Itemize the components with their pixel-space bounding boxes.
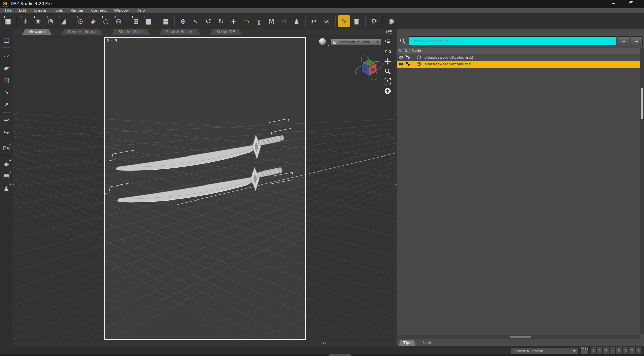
annotation-pen-icon: ✎: [341, 18, 347, 25]
lesson-page-4[interactable]: 4: [610, 347, 616, 354]
selectable-cursor-icon[interactable]: [405, 62, 411, 66]
universal-manipulator-button[interactable]: ⊕: [177, 15, 189, 27]
viewport[interactable]: 2 : 3 ▾ ⊞ Perspective View ▼: [14, 35, 395, 342]
translate-tool-button[interactable]: +: [228, 15, 240, 27]
left-splitter-handle[interactable]: ◄: [12, 183, 14, 186]
down-arrow-badge: ↓: [9, 142, 11, 146]
open-file-button[interactable]: ▱: [1, 50, 12, 60]
new-center-point-button[interactable]: ◎+: [112, 15, 124, 27]
tool-options-gear-button[interactable]: ⚙: [368, 15, 380, 27]
drawstyle-button[interactable]: ▾: [319, 38, 329, 47]
scene-horizontal-scrollbar[interactable]: [397, 335, 640, 339]
import-content-icon: ◆: [4, 160, 9, 167]
lesson-page-2[interactable]: 2: [597, 347, 603, 354]
plus-badge: +: [20, 15, 24, 19]
visibility-eye-icon[interactable]: [398, 62, 404, 66]
save-file-button[interactable]: ◫: [1, 75, 12, 85]
node-selection-pointer-button[interactable]: ↖: [190, 15, 202, 27]
undo-button[interactable]: ↩: [1, 115, 12, 125]
lesson-dropdown[interactable]: Select a Lesson... ▼: [511, 347, 579, 354]
scene-filter-input[interactable]: [409, 36, 616, 45]
scene-list-empty-area[interactable]: [397, 68, 640, 334]
tab-shader-mixer[interactable]: Shader Mixer: [112, 29, 150, 35]
tab-shader-builder[interactable]: Shader Builder: [159, 29, 200, 35]
surface-selection-button[interactable]: ▱: [278, 15, 290, 27]
visibility-eye-icon[interactable]: [398, 55, 404, 60]
lesson-page-6[interactable]: 6: [623, 347, 629, 354]
scene-node-row[interactable]: plbasicswordhiltcoloured2: [397, 54, 640, 61]
new-camera-button[interactable]: ▣+: [2, 15, 14, 27]
menu-help[interactable]: Help: [133, 8, 149, 13]
viewport-options-button[interactable]: [384, 38, 392, 45]
restore-button[interactable]: [627, 1, 634, 6]
annotation-pen-button[interactable]: ✎: [338, 15, 350, 27]
tab-node[interactable]: Node: [418, 340, 437, 346]
spot-render-camera-button[interactable]: ▣: [351, 15, 363, 27]
main-toolbar: ▣+☀+★+◔+◢+⊙+◈+◌+◎+⊞+■+▦⊕↖↺↻+▭ɣM▱♟✂≋✎▣⚙◉: [0, 14, 644, 29]
tab-tips[interactable]: Tips: [399, 340, 416, 346]
scene-vertical-scrollbar[interactable]: [640, 48, 644, 334]
view-cube-gizmo[interactable]: [350, 53, 388, 83]
menu-connect[interactable]: Connect: [88, 8, 111, 13]
lesson-player-button[interactable]: [581, 347, 589, 354]
aux-viewport-grid-button[interactable]: ▦: [160, 15, 172, 27]
new-lamp-light-button[interactable]: ⊙+: [75, 15, 87, 27]
menu-render[interactable]: Render: [66, 8, 87, 13]
lesson-page-7[interactable]: 7: [629, 347, 635, 354]
minimize-icon: [612, 3, 615, 4]
lesson-page-1[interactable]: 1: [590, 347, 596, 354]
hair-tool-button[interactable]: ≋: [321, 15, 333, 27]
tab-render-library[interactable]: Render Library: [61, 29, 103, 35]
prev-selection-button[interactable]: ◄: [618, 36, 629, 45]
aim-view-button[interactable]: [384, 87, 392, 95]
new-node-instance-button[interactable]: ⊞+: [130, 15, 142, 27]
window-title: DAZ Studio 4.20 Pro: [11, 1, 52, 6]
next-selection-button[interactable]: ►: [631, 36, 643, 45]
lesson-page-8[interactable]: 8: [635, 347, 642, 354]
photoshop-bridge-button[interactable]: Ps↓: [1, 143, 12, 153]
scrollbar-handle[interactable]: [510, 336, 531, 338]
scale-tool-button[interactable]: ▭: [240, 15, 252, 27]
minimize-button[interactable]: [610, 1, 617, 6]
menu-file[interactable]: File: [1, 8, 15, 13]
tab-script-ide[interactable]: Script IDE: [210, 29, 242, 35]
joint-editor-bone-button[interactable]: ɣ: [253, 15, 265, 27]
geometry-editor-button[interactable]: M: [265, 15, 277, 27]
menu-edit[interactable]: Edit: [15, 8, 30, 13]
twist-tool-button[interactable]: ↻: [215, 15, 227, 27]
menu-tools[interactable]: Tools: [50, 8, 66, 13]
import-file-button[interactable]: ↘: [1, 87, 12, 97]
bottom-pane-collapse-handle[interactable]: ▼▲: [322, 342, 327, 345]
new-node-button[interactable]: ◈+: [87, 15, 99, 27]
new-photometric-light-button[interactable]: ◔+: [45, 15, 57, 27]
export-file-button[interactable]: ↗: [1, 99, 12, 109]
figure-export-button[interactable]: ♟↓: [1, 183, 12, 193]
import-content-button[interactable]: ◆↓: [1, 159, 12, 169]
search-mode-button[interactable]: ▾: [399, 37, 407, 45]
library-import-button[interactable]: ▤↓: [1, 171, 12, 181]
scene-node-row[interactable]: plbasicswordhiltcoloured: [397, 61, 640, 68]
figure-selection-button[interactable]: ♟: [291, 15, 303, 27]
menu-window[interactable]: Window: [110, 8, 133, 13]
camera-view-dropdown[interactable]: ⊞ Perspective View ▼: [331, 38, 381, 46]
rotate-tool-button[interactable]: ↺: [202, 15, 214, 27]
new-file-button[interactable]: □: [1, 34, 12, 45]
selectable-cursor-icon[interactable]: [405, 55, 411, 60]
redo-button[interactable]: ↪: [1, 127, 12, 137]
merge-file-button[interactable]: ▰: [1, 62, 12, 73]
new-spotlight-button[interactable]: ◢+: [57, 15, 69, 27]
new-distant-light-button[interactable]: ☀+: [19, 15, 31, 27]
search-icon: [399, 38, 406, 44]
lesson-page-5[interactable]: 5: [616, 347, 622, 354]
new-group-button[interactable]: ◌+: [100, 15, 112, 27]
scrollbar-handle[interactable]: [641, 88, 643, 119]
menu-create[interactable]: Create: [30, 8, 50, 13]
right-splitter-handle[interactable]: ►: [395, 183, 397, 186]
tab-viewport[interactable]: Viewport: [22, 29, 52, 35]
node-weight-brush-button[interactable]: ✂: [308, 15, 320, 27]
new-primitive-button[interactable]: ■+: [142, 15, 154, 27]
viewport-pane-options-button[interactable]: [386, 29, 393, 35]
render-camera-button[interactable]: ◉: [385, 15, 397, 27]
new-point-light-button[interactable]: ★+: [32, 15, 44, 27]
lesson-page-3[interactable]: 3: [603, 347, 609, 354]
